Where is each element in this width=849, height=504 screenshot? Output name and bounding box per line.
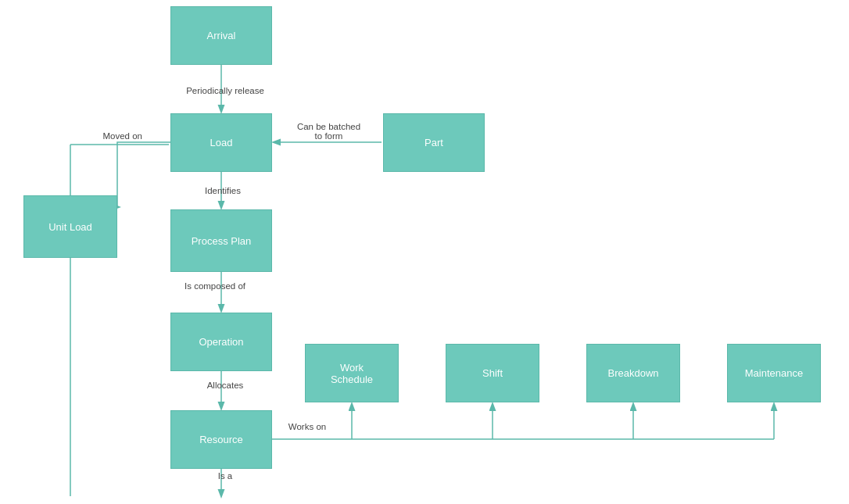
label-allocates: Allocates <box>194 381 256 390</box>
label-can-be-batched: Can be batchedto form <box>276 122 382 141</box>
operation-label: Operation <box>199 336 243 348</box>
label-is-composed-of: Is composed of <box>168 281 262 291</box>
maintenance-label: Maintenance <box>745 367 803 379</box>
work-schedule-node[interactable]: Work Schedule <box>305 344 399 402</box>
maintenance-node[interactable]: Maintenance <box>727 344 821 402</box>
diagram-container: Arrival Load Part Unit Load Process Plan… <box>0 0 849 504</box>
label-periodically-release: Periodically release <box>170 86 280 95</box>
label-moved-on: Moved on <box>80 131 142 141</box>
arrows-svg <box>0 0 849 504</box>
shift-label: Shift <box>482 367 503 379</box>
label-works-on: Works on <box>276 422 339 431</box>
process-plan-node[interactable]: Process Plan <box>170 209 272 272</box>
breakdown-node[interactable]: Breakdown <box>586 344 680 402</box>
resource-node[interactable]: Resource <box>170 410 272 469</box>
work-schedule-label: Work Schedule <box>331 362 373 385</box>
arrival-node[interactable]: Arrival <box>170 6 272 65</box>
operation-node[interactable]: Operation <box>170 313 272 371</box>
load-node[interactable]: Load <box>170 113 272 172</box>
label-is-a: Is a <box>202 471 249 481</box>
breakdown-label: Breakdown <box>607 367 658 379</box>
shift-node[interactable]: Shift <box>446 344 539 402</box>
part-label: Part <box>424 137 443 148</box>
process-plan-label: Process Plan <box>192 235 252 247</box>
unit-load-label: Unit Load <box>48 221 92 233</box>
resource-label: Resource <box>199 434 243 445</box>
label-identifies: Identifies <box>192 186 254 195</box>
part-node[interactable]: Part <box>383 113 485 172</box>
load-label: Load <box>210 137 233 148</box>
unit-load-node[interactable]: Unit Load <box>23 195 117 258</box>
arrival-label: Arrival <box>207 30 236 41</box>
